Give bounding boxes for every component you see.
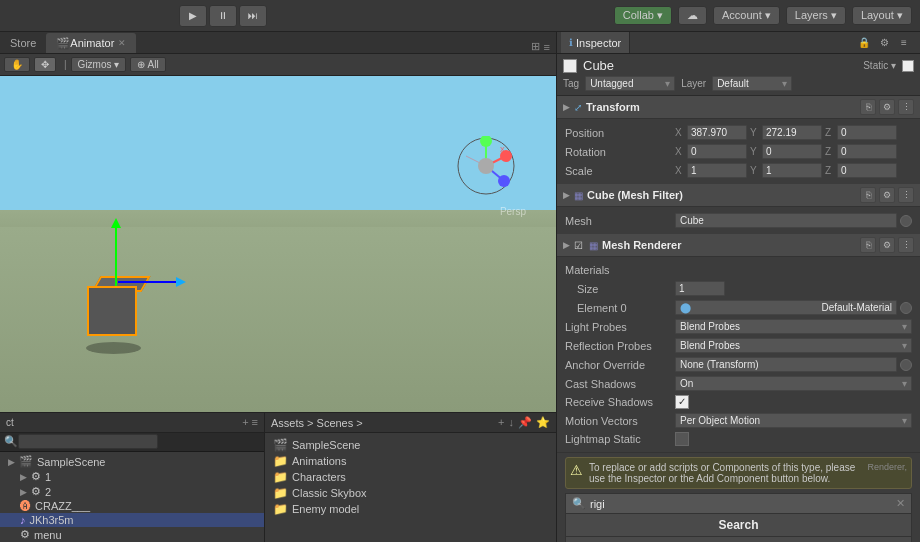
settings-icon[interactable]: ⚙ [879, 187, 895, 203]
chevron-down-icon: ▾ [665, 78, 670, 89]
menu-icon[interactable]: ≡ [544, 41, 550, 53]
move-tool[interactable]: ✥ [34, 57, 56, 72]
motion-vectors-label: Motion Vectors [565, 415, 675, 427]
lightmap-static-checkbox[interactable] [675, 432, 689, 446]
hierarchy-tab-label[interactable]: ct [6, 417, 14, 428]
list-item[interactable]: 🅐 CRAZZ___ [0, 499, 264, 513]
clear-search-button[interactable]: ✕ [896, 497, 905, 510]
y-label: Y [750, 127, 760, 138]
list-item[interactable]: ⬡ Rigidbody [566, 537, 911, 542]
copy-icon[interactable]: ⎘ [860, 99, 876, 115]
position-x-input[interactable] [687, 125, 747, 140]
static-checkbox[interactable] [902, 60, 914, 72]
rotation-x-input[interactable] [687, 144, 747, 159]
assets-pin-icon[interactable]: 📌 [518, 416, 532, 429]
element0-select-button[interactable] [900, 302, 912, 314]
obj-icon: ⚙ [31, 470, 41, 483]
tab-inspector[interactable]: ℹ Inspector [561, 32, 630, 53]
transform-component-header[interactable]: ▶ ⤢ Transform ⎘ ⚙ ⋮ [557, 96, 920, 119]
motion-vectors-dropdown[interactable]: Per Object Motion ▾ [675, 413, 912, 428]
tab-store[interactable]: Store [0, 33, 46, 53]
animator-tab-close[interactable]: ✕ [118, 38, 126, 48]
pause-button[interactable]: ⏸ [209, 5, 237, 27]
rotation-y-input[interactable] [762, 144, 822, 159]
y-label: Y [750, 146, 760, 157]
mesh-filter-header[interactable]: ▶ ▦ Cube (Mesh Filter) ⎘ ⚙ ⋮ [557, 184, 920, 207]
object-active-checkbox[interactable] [563, 59, 577, 73]
settings-icon[interactable]: ⚙ [879, 99, 895, 115]
add-component-area: ⚠ To replace or add scripts or Component… [557, 452, 920, 542]
play-button[interactable]: ▶ [179, 5, 207, 27]
transform-arrow-right [118, 281, 178, 283]
assets-star-icon[interactable]: ⭐ [536, 416, 550, 429]
list-item[interactable]: ▶ ⚙ 2 [0, 484, 264, 499]
list-item[interactable]: 📁 Classic Skybox [273, 485, 548, 501]
list-item[interactable]: ♪ JKh3r5m [0, 513, 264, 527]
scale-z-input[interactable] [837, 163, 897, 178]
account-button[interactable]: Account ▾ [713, 6, 780, 25]
list-item[interactable]: 📁 Characters [273, 469, 548, 485]
menu-icon[interactable]: ⋮ [898, 99, 914, 115]
lock-icon[interactable]: 🔒 [856, 35, 872, 51]
scene-cube[interactable] [82, 276, 152, 346]
cast-shadows-dropdown[interactable]: On ▾ [675, 376, 912, 391]
position-y-input[interactable] [762, 125, 822, 140]
close-icon[interactable]: ≡ [896, 35, 912, 51]
collab-button[interactable]: Collab ▾ [614, 6, 672, 25]
settings-icon[interactable]: ⚙ [876, 35, 892, 51]
hand-tool[interactable]: ✋ [4, 57, 30, 72]
search-input[interactable] [590, 498, 892, 510]
menu-icon[interactable]: ⋮ [898, 237, 914, 253]
assets-import-icon[interactable]: ↓ [509, 416, 515, 429]
renderer-checkbox[interactable]: ☑ [574, 240, 583, 251]
list-item[interactable]: 📁 Enemy model [273, 501, 548, 517]
layers-button[interactable]: Layers ▾ [786, 6, 846, 25]
rotation-z-input[interactable] [837, 144, 897, 159]
light-probes-dropdown[interactable]: Blend Probes ▾ [675, 319, 912, 334]
folder-icon: 📁 [273, 486, 288, 500]
hier-arrow-icon: ▶ [20, 472, 27, 482]
receive-shadows-row: Receive Shadows [557, 393, 920, 411]
tag-dropdown[interactable]: Untagged ▾ [585, 76, 675, 91]
size-input[interactable] [675, 281, 725, 296]
scale-y-input[interactable] [762, 163, 822, 178]
list-item[interactable]: 📁 Animations [273, 453, 548, 469]
rotation-x-field: X [675, 144, 747, 159]
scene-gizmo[interactable]: X Y Z [456, 136, 516, 196]
receive-shadows-checkbox[interactable] [675, 395, 689, 409]
all-btn[interactable]: ⊕ All [130, 57, 165, 72]
gizmos-btn[interactable]: Gizmos ▾ [71, 57, 127, 72]
list-item[interactable]: ▶ 🎬 SampleScene [0, 454, 264, 469]
mesh-renderer-header[interactable]: ▶ ☑ ▦ Mesh Renderer ⎘ ⚙ ⋮ [557, 234, 920, 257]
receive-shadows-label: Receive Shadows [565, 396, 675, 408]
obj-icon: ⚙ [31, 485, 41, 498]
hierarchy-menu-icon[interactable]: ≡ [252, 416, 258, 428]
hierarchy-add-icon[interactable]: + [242, 416, 248, 428]
copy-icon[interactable]: ⎘ [860, 237, 876, 253]
list-item[interactable]: ⚙ menu [0, 527, 264, 542]
asset-item-label: Characters [292, 471, 346, 483]
scale-x-input[interactable] [687, 163, 747, 178]
layout-button[interactable]: Layout ▾ [852, 6, 912, 25]
maximize-icon[interactable]: ⊞ [531, 40, 540, 53]
scene-view[interactable]: X Y Z Persp [0, 76, 556, 412]
chevron-down-icon: ▾ [782, 78, 787, 89]
folder-icon: 📁 [273, 470, 288, 484]
list-item[interactable]: 🎬 SampleScene [273, 437, 548, 453]
anchor-select-button[interactable] [900, 359, 912, 371]
tab-animator[interactable]: 🎬 Animator ✕ [46, 33, 136, 53]
settings-icon[interactable]: ⚙ [879, 237, 895, 253]
svg-text:Y: Y [482, 136, 487, 140]
hierarchy-search-input[interactable] [18, 434, 158, 449]
cloud-button[interactable]: ☁ [678, 6, 707, 25]
layer-dropdown[interactable]: Default ▾ [712, 76, 792, 91]
list-item[interactable]: ▶ ⚙ 1 [0, 469, 264, 484]
step-button[interactable]: ⏭ [239, 5, 267, 27]
layers-label: Layers ▾ [795, 9, 837, 22]
mesh-select-button[interactable] [900, 215, 912, 227]
copy-icon[interactable]: ⎘ [860, 187, 876, 203]
assets-add-icon[interactable]: + [498, 416, 504, 429]
position-z-input[interactable] [837, 125, 897, 140]
reflection-probes-dropdown[interactable]: Blend Probes ▾ [675, 338, 912, 353]
menu-icon[interactable]: ⋮ [898, 187, 914, 203]
